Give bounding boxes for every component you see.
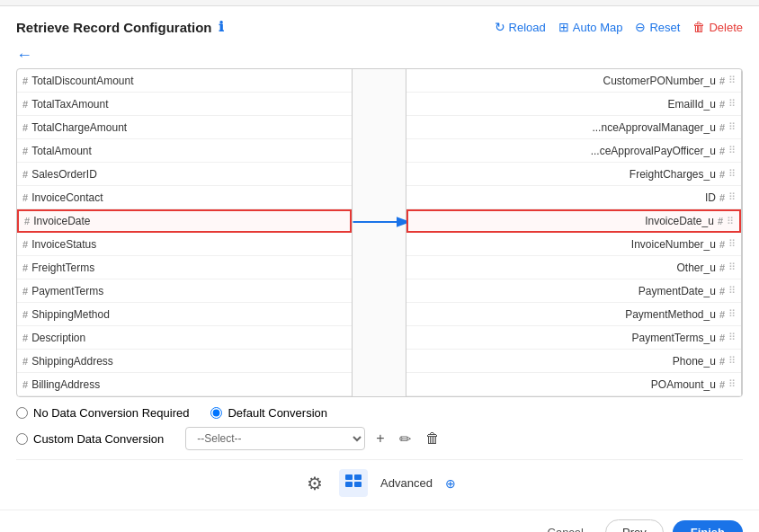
toolbar: ↻ Reload ⊞ Auto Map ⊖ Reset 🗑 Delete — [495, 20, 743, 34]
right-field-row[interactable]: POAmount_u#⠿ — [406, 373, 741, 396]
back-arrow[interactable]: ← — [16, 46, 38, 65]
edit-conversion-button[interactable]: ✏ — [396, 429, 415, 449]
drag-handle: ⠿ — [728, 308, 736, 320]
right-field-row[interactable]: CustomerPONumber_u#⠿ — [406, 69, 741, 93]
right-field-row[interactable]: Phone_u#⠿ — [406, 350, 741, 373]
left-field-row[interactable]: #SalesOrderID — [17, 163, 352, 186]
finish-button[interactable]: Finish — [673, 520, 743, 532]
default-conversion-label: Default Conversion — [228, 406, 327, 420]
automap-button[interactable]: ⊞ Auto Map — [558, 20, 623, 34]
drag-handle: ⠿ — [728, 262, 736, 273]
right-field-row[interactable]: ID#⠿ — [406, 186, 741, 209]
right-field-row[interactable]: InvoiceNumber_u#⠿ — [406, 233, 741, 256]
left-field-row[interactable]: #InvoiceStatus — [17, 233, 352, 256]
field-icon: # — [22, 75, 28, 86]
svg-rect-2 — [345, 474, 353, 480]
left-field-row[interactable]: #FreightTerms — [17, 256, 352, 279]
reset-label: Reset — [649, 21, 680, 34]
right-field-row[interactable]: EmailId_u#⠿ — [406, 93, 741, 116]
field-icon: # — [719, 122, 725, 133]
add-conversion-button[interactable]: + — [372, 429, 388, 448]
right-field-row[interactable]: PaymentDate_u#⠿ — [406, 279, 741, 303]
right-column: CustomerPONumber_u#⠿EmailId_u#⠿...nceApp… — [406, 69, 742, 396]
flow-icon — [344, 473, 362, 489]
field-name: EmailId_u — [412, 98, 716, 111]
mapping-section: ← #TotalDiscountAmount#TotalTaxAmount#To… — [16, 46, 743, 397]
delete-icon: 🗑 — [692, 20, 705, 34]
field-name: ...ceApprovalPayOfficer_u — [412, 145, 716, 157]
right-field-row[interactable]: InvoiceDate_u#⠿ — [406, 209, 741, 233]
field-icon: # — [719, 309, 725, 320]
no-conversion-label: No Data Conversion Required — [33, 406, 189, 420]
reload-icon: ↻ — [495, 20, 505, 34]
default-conversion-radio[interactable] — [210, 407, 222, 419]
field-name: POAmount_u — [412, 378, 716, 391]
delete-button[interactable]: 🗑 Delete — [692, 20, 743, 34]
reload-button[interactable]: ↻ Reload — [495, 20, 546, 34]
field-icon: # — [719, 332, 725, 343]
left-field-row[interactable]: #PaymentTerms — [17, 279, 352, 303]
automap-label: Auto Map — [573, 21, 623, 34]
right-field-row[interactable]: PaymentMethod_u#⠿ — [406, 303, 741, 326]
no-conversion-option[interactable]: No Data Conversion Required — [16, 406, 189, 420]
left-field-row[interactable]: #ShippingAddress — [17, 350, 352, 373]
reset-icon: ⊖ — [635, 20, 646, 34]
modal-container: RETRIEVE RECORD × Retrieve Record Config… — [0, 0, 759, 532]
field-icon: # — [718, 216, 723, 226]
left-field-row[interactable]: #TotalChargeAmount — [17, 116, 352, 139]
automap-icon: ⊞ — [558, 20, 569, 34]
gear-button[interactable]: ⚙ — [303, 471, 326, 496]
custom-conversion-label: Custom Data Conversion — [33, 432, 164, 446]
reset-button[interactable]: ⊖ Reset — [635, 20, 680, 34]
field-name: ...nceApprovalManager_u — [412, 121, 716, 134]
drag-handle: ⠿ — [728, 238, 736, 250]
footer-row: ⚙ Advanced ⊕ — [16, 459, 743, 501]
right-field-row[interactable]: FreightCharges_u#⠿ — [406, 163, 741, 186]
left-field-row[interactable]: #TotalDiscountAmount — [17, 69, 352, 93]
field-name: FreightCharges_u — [412, 168, 716, 181]
prev-button[interactable]: Prev — [605, 519, 664, 532]
advanced-add-icon[interactable]: ⊕ — [445, 476, 456, 491]
reload-label: Reload — [509, 21, 546, 34]
default-conversion-option[interactable]: Default Conversion — [210, 406, 327, 420]
custom-conversion-radio[interactable] — [16, 433, 28, 445]
field-name: PaymentMethod_u — [412, 308, 716, 321]
delete-conversion-button[interactable]: 🗑 — [422, 429, 443, 448]
custom-conversion-option[interactable]: Custom Data Conversion — [16, 432, 164, 446]
field-name: Description — [31, 332, 346, 344]
field-name: FreightTerms — [31, 262, 346, 274]
left-field-row[interactable]: #TotalTaxAmount — [17, 93, 352, 116]
field-name: TotalDiscountAmount — [31, 75, 346, 87]
bottom-controls: No Data Conversion Required Default Conv… — [16, 406, 743, 450]
right-field-row[interactable]: Other_u#⠿ — [406, 256, 741, 279]
footer-bottom: Cancel Prev Finish — [0, 510, 759, 532]
conversion-select[interactable]: --Select-- — [185, 427, 365, 450]
field-name: InvoiceStatus — [31, 238, 346, 251]
modal-header: RETRIEVE RECORD × — [0, 0, 759, 6]
config-title: Retrieve Record Configuration ℹ — [16, 19, 224, 35]
field-icon: # — [719, 146, 725, 156]
field-name: SalesOrderID — [31, 168, 346, 181]
drag-handle: ⠿ — [727, 216, 734, 227]
left-field-row[interactable]: #Description — [17, 326, 352, 350]
left-field-row[interactable]: #InvoiceDate — [17, 209, 352, 233]
left-field-row[interactable]: #InvoiceContact — [17, 186, 352, 209]
left-field-row[interactable]: #BillingAddress — [17, 373, 352, 396]
no-conversion-radio[interactable] — [16, 407, 28, 419]
info-icon[interactable]: ℹ — [219, 19, 224, 35]
config-title-text: Retrieve Record Configuration — [16, 20, 212, 35]
right-field-row[interactable]: ...ceApprovalPayOfficer_u#⠿ — [406, 139, 741, 163]
left-field-row[interactable]: #TotalAmount — [17, 139, 352, 163]
field-icon: # — [22, 309, 28, 320]
field-name: CustomerPONumber_u — [412, 75, 716, 87]
flow-button[interactable] — [339, 469, 368, 497]
right-field-row[interactable]: PaymentTerms_u#⠿ — [406, 326, 741, 350]
field-name: InvoiceDate — [33, 215, 344, 227]
drag-handle: ⠿ — [728, 355, 736, 367]
config-header: Retrieve Record Configuration ℹ ↻ Reload… — [16, 19, 743, 35]
cancel-button[interactable]: Cancel — [535, 520, 596, 532]
left-field-row[interactable]: #ShippingMethod — [17, 303, 352, 326]
right-field-row[interactable]: ...nceApprovalManager_u#⠿ — [406, 116, 741, 139]
select-row: --Select-- + ✏ 🗑 — [185, 427, 442, 450]
drag-handle: ⠿ — [728, 98, 736, 110]
